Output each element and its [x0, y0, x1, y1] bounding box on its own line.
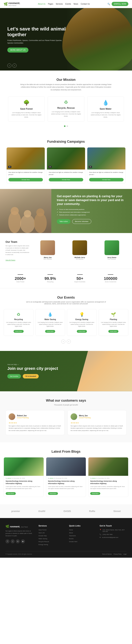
stats-row: 2000+ Solar Power 99.9% Recycling 50+ Ex…	[5, 274, 127, 282]
mission-cards: 🌳 Save Forest Live hanging fruit to iden…	[5, 96, 127, 122]
hero-cta-button[interactable]: MORE ABOUT US	[7, 48, 28, 52]
donate-button-2[interactable]: Donate Now	[89, 178, 124, 182]
footer-bottom: © Copyright ronment. 2019. All rights re…	[5, 551, 127, 555]
footer-link-terms[interactable]: Terms of Service	[102, 554, 112, 555]
logo-leaf-icon: 🌿	[4, 2, 8, 6]
footer-quick-2[interactable]: Teamwork	[69, 535, 96, 536]
blog-meta-1: By Admin On December 30, 2018	[48, 478, 84, 479]
footer-col-services-items: Save Forest Save Life Donate Help Water …	[38, 529, 65, 546]
partner-0[interactable]: premier	[11, 510, 20, 512]
team-member-1: Michale Jerry HR Volunteer	[65, 240, 95, 261]
event-btn-3[interactable]: Know more	[108, 330, 119, 333]
footer-quick-3[interactable]: Events	[69, 538, 96, 540]
nav-news[interactable]: News	[74, 3, 78, 5]
partner-3[interactable]: RsRe	[89, 510, 95, 512]
blog-title: Latest From Blogs	[4, 450, 128, 454]
campaign-cards: ♻ How about we fight an unilateral the w…	[4, 147, 128, 184]
partner-2[interactable]: OASIS	[63, 510, 71, 512]
footer-quick-4[interactable]: Donate Here	[69, 541, 96, 542]
dot-2[interactable]	[67, 126, 68, 127]
footer-service-0[interactable]: Save Forest	[38, 529, 65, 531]
stat-label-3: Acres Conserved	[104, 281, 117, 282]
mission-card-2: 💧 Save Water Live hanging fruit to ident…	[87, 96, 124, 122]
nav-contact[interactable]: Contact Us	[81, 3, 90, 5]
footer-brand: 🌿 ronment. Save Planet Nor again is ther…	[5, 525, 35, 547]
logo[interactable]: 🌿 ronment. Save Planet	[4, 2, 20, 6]
footer-quick-1[interactable]: About	[69, 532, 96, 534]
fundraising-section: Fundraising Campaigns ♻ How about we fig…	[0, 134, 132, 189]
testimonial-avatar-1	[71, 413, 77, 420]
water-saving-icon: 💧	[38, 312, 63, 317]
partner-4[interactable]: Sinnet	[114, 510, 121, 512]
testimonial-text-0: Nor again is there anyone who loves or p…	[9, 425, 61, 432]
footer-service-5[interactable]: Energy Saving	[38, 544, 65, 546]
events-title: Our Events	[4, 296, 128, 300]
nav-events[interactable]: Events	[65, 3, 71, 5]
read-more-button-1[interactable]: Read More	[48, 492, 58, 495]
hero-next-button[interactable]: ›	[12, 64, 16, 68]
read-more-button-2[interactable]: Read More	[90, 492, 100, 495]
linkedin-icon[interactable]: in	[16, 539, 20, 543]
stat-0: 2000+ Solar Power	[15, 274, 26, 282]
footer-copyright: © Copyright ronment. 2019. All rights re…	[5, 554, 32, 555]
team-name-0: Merry Joe	[33, 256, 63, 258]
campaign-img-1: ♻	[47, 148, 85, 170]
search-icon[interactable]: 🔍	[108, 3, 110, 5]
footer-link-legal[interactable]: Legal	[123, 554, 127, 555]
become-volunteer-button[interactable]: Become Volunteer	[72, 219, 91, 224]
footer-link-privacy[interactable]: Privacy Policy	[114, 554, 122, 555]
footer-service-4[interactable]: Recycle Rescue	[38, 541, 65, 542]
events-prev-button[interactable]: ‹	[61, 340, 65, 344]
view-all-teams-link[interactable]: View All Teams	[5, 259, 15, 261]
blog-date-0: December 30, 2018	[13, 478, 25, 479]
hero-title: Let's save the wild animal together	[7, 26, 66, 38]
footer-logo[interactable]: 🌿 ronment. Save Planet	[5, 525, 35, 528]
events-next-button[interactable]: ›	[67, 340, 71, 344]
footer-col-services-title: Services	[38, 525, 65, 527]
nav-about[interactable]: About Us	[38, 3, 45, 5]
team-role-1: HR Volunteer	[65, 258, 95, 260]
svg-point-5	[36, 208, 44, 216]
stat-1: 99.9% Recycling	[45, 274, 56, 282]
event-btn-0[interactable]: Know more	[13, 330, 24, 333]
testimonial-stars-0: ★★★★★	[9, 422, 61, 424]
green-city-buttons: Get Involve 75 % Donated	[7, 374, 58, 378]
hero-prev-button[interactable]: ‹	[7, 64, 11, 68]
blog-section: Latest From Blogs By Admin On December 3…	[0, 442, 132, 504]
stat-label-1: Recycling	[45, 281, 56, 282]
blog-card-1: By Admin On December 30, 2018 Nanotechno…	[46, 457, 86, 497]
get-involve-button[interactable]: Get Involve	[7, 374, 21, 378]
read-more-button-0[interactable]: Read More	[6, 492, 16, 495]
take-action-button[interactable]: Take Action	[57, 219, 70, 224]
event-btn-1[interactable]: Know more	[45, 330, 55, 333]
footer-service-1[interactable]: Save Life	[38, 532, 65, 534]
dot-1[interactable]	[64, 126, 65, 127]
twitter-icon[interactable]: t	[11, 539, 15, 543]
event-btn-2[interactable]: Know more	[77, 330, 87, 333]
expert-image	[0, 189, 51, 233]
facebook-icon[interactable]: f	[5, 539, 9, 543]
blog-post-title-0: Nanotechnology Immersion along Informati…	[6, 480, 42, 484]
nav-pages[interactable]: Pages	[48, 3, 53, 5]
footer-quick-0[interactable]: Home	[69, 529, 96, 531]
footer-service-2[interactable]: Donate Help	[38, 535, 65, 536]
donate-button-0[interactable]: Donate Now	[8, 178, 43, 182]
hero-section: Let's save the wild animal together Prot…	[0, 8, 132, 70]
donate-button-1[interactable]: Donate Now	[49, 178, 83, 182]
logo-tagline: Save Planet	[8, 5, 20, 6]
blog-img-2	[88, 458, 128, 476]
enroll-button[interactable]: ENROLL NOW	[112, 2, 128, 6]
event-card-3: 🌱 Planting Live hanging fruit to identif…	[99, 309, 129, 336]
blog-post-title-2: Nanotechnology Immersion along Informati…	[90, 480, 126, 484]
recycle-rescue-icon: ♻	[50, 100, 82, 105]
location-icon: 📍	[100, 529, 101, 531]
donated-button[interactable]: 75 % Donated	[23, 374, 39, 378]
partner-1[interactable]: Grafiti	[38, 510, 45, 512]
expert-item-0: Focus on best environmental practices.	[57, 208, 127, 210]
event-title-2: Energy Saving	[69, 318, 94, 320]
nav-services[interactable]: Services	[56, 3, 63, 5]
footer-service-3[interactable]: Water Saving	[38, 538, 65, 540]
testimonial-text-1: Nor again is there anyone who loves or p…	[71, 425, 123, 432]
youtube-icon[interactable]: ▶	[21, 539, 25, 543]
blog-date-2: December 30, 2018	[98, 478, 109, 479]
